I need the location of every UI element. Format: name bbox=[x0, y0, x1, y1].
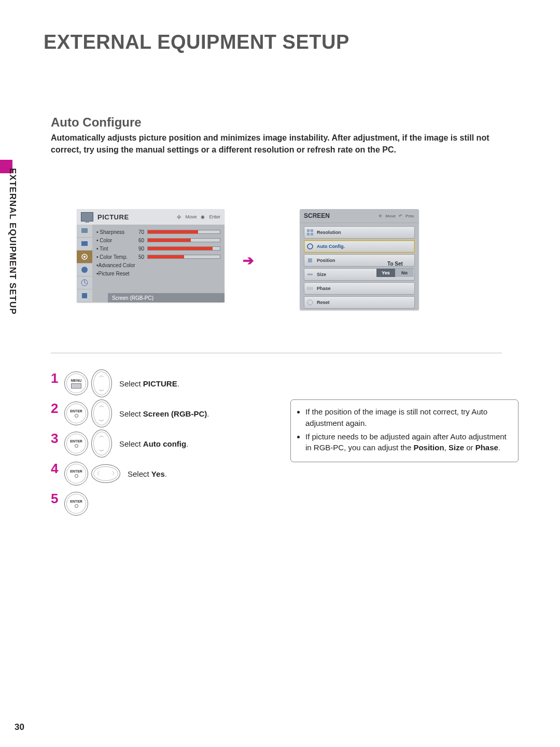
figure-area: PICTURE ✢ Move ◉ Enter • Sharpness70 • C… bbox=[51, 205, 502, 353]
osd-left-nav bbox=[77, 225, 92, 302]
hint-prev: Prev. bbox=[405, 214, 415, 218]
note-line-1: If the position of the image is still no… bbox=[305, 406, 511, 429]
row-sharpness-bar bbox=[147, 230, 220, 234]
page-number: 30 bbox=[15, 722, 24, 732]
svg-point-10 bbox=[307, 300, 313, 305]
link-picture-reset: Picture Reset bbox=[99, 271, 130, 276]
osd-screen-title: SCREEN bbox=[304, 212, 330, 219]
row-tint-value: 90 bbox=[135, 246, 144, 252]
step-5: 5 ENTER bbox=[51, 489, 279, 519]
row-sharpness-label: Sharpness bbox=[100, 229, 124, 235]
row-colortemp-bar bbox=[147, 255, 220, 259]
nav-icon-4 bbox=[77, 264, 92, 276]
osd-picture-content: • Sharpness70 • Color60 • Tint90 • Color… bbox=[92, 225, 225, 302]
screen-item-phase: Phase bbox=[304, 282, 415, 295]
svg-rect-1 bbox=[81, 241, 88, 246]
step-1: 1 MENU ︿﹀ Select PICTURE. bbox=[51, 368, 279, 398]
remote-updown-button: ︿﹀ bbox=[91, 430, 112, 458]
nav-icon-6 bbox=[77, 289, 92, 302]
screen-item-autoconfig-selected: Auto Config. bbox=[304, 240, 415, 253]
osd-screen-panel: SCREEN ✢Move ↶Prev. Resolution Auto Conf… bbox=[300, 209, 419, 310]
step-text: Select Auto config. bbox=[119, 439, 188, 448]
remote-leftright-button: 〈〉 bbox=[91, 464, 120, 483]
nav-icon-1 bbox=[77, 225, 92, 238]
divider bbox=[51, 353, 502, 353]
section-title: Auto Configure bbox=[51, 115, 142, 130]
screen-item-reset: Reset bbox=[304, 296, 415, 309]
row-screen-rgbpc-selected: Screen (RGB-PC) bbox=[108, 293, 225, 302]
osd-screen-hints: ✢Move ↶Prev. bbox=[379, 214, 415, 218]
dpad-icon: ✢ bbox=[177, 214, 181, 220]
step-text: Select PICTURE. bbox=[119, 379, 179, 388]
osd-picture-hints: ✢ Move ◉ Enter bbox=[177, 214, 220, 220]
link-advanced-color: Advanced Color bbox=[99, 262, 135, 268]
row-tint-bar bbox=[147, 246, 220, 251]
no-button: No bbox=[395, 269, 414, 277]
row-colortemp-label: Color Temp. bbox=[100, 254, 128, 260]
osd-picture-header: PICTURE ✢ Move ◉ Enter bbox=[77, 209, 225, 225]
steps-list: 1 MENU ︿﹀ Select PICTURE. 2 ENTER ︿﹀ Sel… bbox=[51, 368, 279, 519]
remote-enter-button: ENTER bbox=[64, 462, 88, 486]
step-2: 2 ENTER ︿﹀ Select Screen (RGB-PC). bbox=[51, 398, 279, 428]
step-text: Select Screen (RGB-PC). bbox=[119, 409, 209, 418]
row-colortemp-value: 50 bbox=[135, 254, 144, 260]
step-number: 1 bbox=[51, 370, 64, 386]
to-set-block: To Set Yes No bbox=[376, 261, 414, 277]
row-color-label: Color bbox=[100, 238, 112, 243]
remote-enter-button: ENTER bbox=[64, 402, 88, 425]
remote-enter-button: ENTER bbox=[64, 432, 88, 455]
row-color-value: 60 bbox=[135, 238, 144, 243]
svg-rect-9 bbox=[308, 258, 312, 262]
remote-updown-button: ︿﹀ bbox=[91, 369, 112, 397]
yes-button: Yes bbox=[376, 269, 395, 277]
step-number: 4 bbox=[51, 461, 64, 477]
note-box: If the position of the image is still no… bbox=[290, 399, 519, 462]
step-4: 4 ENTER 〈〉 Select Yes. bbox=[51, 459, 279, 489]
nav-icon-5 bbox=[77, 276, 92, 289]
step-number: 3 bbox=[51, 431, 64, 447]
nav-icon-3-selected bbox=[77, 251, 92, 264]
svg-point-4 bbox=[81, 267, 88, 273]
svg-point-3 bbox=[83, 256, 86, 258]
hint-enter: Enter bbox=[209, 214, 220, 219]
osd-picture-title: PICTURE bbox=[97, 213, 129, 221]
svg-rect-0 bbox=[81, 228, 88, 233]
row-color-bar bbox=[147, 238, 220, 242]
nav-icon-2 bbox=[77, 238, 92, 251]
hint-move: Move bbox=[385, 214, 396, 218]
enter-dot-icon: ◉ bbox=[201, 214, 205, 219]
remote-menu-button: MENU bbox=[64, 371, 88, 395]
row-sharpness-value: 70 bbox=[135, 229, 144, 235]
svg-rect-6 bbox=[82, 293, 87, 298]
page-title: EXTERNAL EQUIPMENT SETUP bbox=[44, 31, 349, 53]
to-set-label: To Set bbox=[376, 261, 414, 267]
dpad-icon: ✢ bbox=[379, 214, 382, 218]
step-3: 3 ENTER ︿﹀ Select Auto config. bbox=[51, 428, 279, 459]
remote-enter-button: ENTER bbox=[64, 492, 88, 516]
svg-point-8 bbox=[307, 244, 313, 249]
tv-icon bbox=[81, 212, 93, 222]
screen-item-resolution: Resolution bbox=[304, 226, 415, 239]
step-number: 2 bbox=[51, 400, 64, 417]
return-icon: ↶ bbox=[399, 214, 402, 218]
step-number: 5 bbox=[51, 491, 64, 507]
side-tab-label: EXTERNAL EQUIPMENT SETUP bbox=[7, 168, 18, 315]
arrow-icon: ➔ bbox=[243, 253, 254, 269]
remote-updown-button: ︿﹀ bbox=[91, 399, 112, 427]
note-line-2: If picture needs to be adjusted again af… bbox=[305, 431, 511, 454]
row-tint-label: Tint bbox=[100, 246, 108, 252]
intro-text: Automatically adjusts picture position a… bbox=[51, 132, 502, 156]
step-text: Select Yes. bbox=[128, 469, 167, 478]
osd-picture-panel: PICTURE ✢ Move ◉ Enter • Sharpness70 • C… bbox=[77, 209, 225, 302]
hint-move: Move bbox=[185, 214, 197, 219]
